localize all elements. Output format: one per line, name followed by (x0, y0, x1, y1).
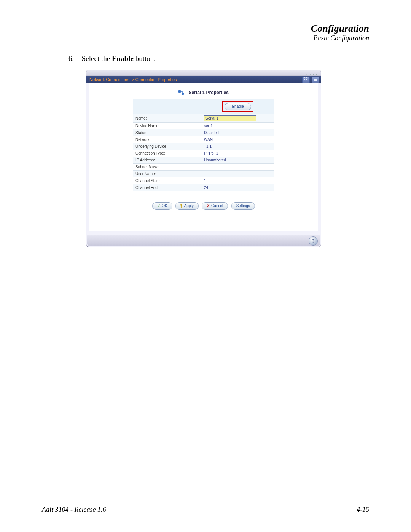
table-row: IP Address: Unnumbered (133, 157, 274, 164)
row-label: Underlying Device: (133, 143, 202, 150)
step-text-pre: Select the (82, 54, 112, 62)
svg-rect-4 (314, 78, 317, 78)
header-title: Configuration (42, 23, 369, 34)
step-text-post: button. (134, 54, 156, 62)
svg-rect-2 (304, 79, 305, 80)
row-value: PPPoT1 (202, 150, 274, 157)
settings-button[interactable]: Settings (231, 202, 255, 210)
svg-rect-6 (314, 80, 317, 81)
row-label: Channel Start: (133, 177, 202, 184)
table-row: Underlying Device: T1 1 (133, 143, 274, 150)
help-button[interactable]: ? (309, 236, 318, 246)
step-text-bold: Enable (112, 54, 134, 62)
table-row: Status: Disabled (133, 129, 274, 136)
row-value: WAN (202, 136, 274, 143)
toolbar-icon-1[interactable] (302, 77, 310, 83)
table-row: Name: Serial 1 (133, 114, 274, 123)
row-value (202, 171, 274, 177)
row-label: Network: (133, 136, 202, 143)
footer-left: Adit 3104 - Release 1.6 (42, 506, 106, 514)
window-footer-bar: ? (87, 235, 320, 246)
apply-button[interactable]: ¶Apply (175, 202, 199, 210)
row-label: User Name: (133, 171, 202, 177)
properties-table: Enable Name: Serial 1 Device Name: ser-1… (133, 99, 274, 191)
row-value: Disabled (202, 129, 274, 136)
table-row: Network: WAN (133, 136, 274, 143)
row-label: Subnet Mask: (133, 164, 202, 171)
row-value: T1 1 (202, 143, 274, 150)
table-row: Connection Type: PPPoT1 (133, 150, 274, 157)
breadcrumb-bar: Network Connections -> Connection Proper… (86, 76, 321, 83)
cancel-button[interactable]: ✗Cancel (202, 202, 228, 210)
footer-page-number: 4-15 (357, 506, 369, 514)
toolbar-icon-2[interactable] (312, 77, 319, 83)
svg-rect-7 (178, 90, 181, 93)
step-number: 6. (68, 54, 80, 63)
svg-rect-1 (306, 77, 307, 78)
row-value (202, 164, 274, 171)
check-icon: ✓ (157, 204, 160, 208)
window-titlebar: • • • • (86, 70, 321, 76)
row-value: Unnumbered (202, 157, 274, 164)
row-value: ser-1 (202, 123, 274, 129)
table-row: Subnet Mask: (133, 164, 274, 171)
table-row: Channel Start: 1 (133, 177, 274, 184)
panel-title: Serial 1 Properties (189, 90, 229, 95)
table-row: User Name: (133, 171, 274, 177)
row-label: Name: (133, 114, 202, 123)
apply-icon: ¶ (180, 204, 183, 208)
ok-button[interactable]: ✓OK (152, 202, 172, 210)
row-label: IP Address: (133, 157, 202, 164)
enable-button[interactable]: Enable (225, 103, 251, 110)
row-label: Connection Type: (133, 150, 202, 157)
row-label: Device Name: (133, 123, 202, 129)
row-value: 1 (202, 177, 274, 184)
table-row: Channel End: 24 (133, 184, 274, 191)
enable-highlight: Enable (222, 101, 253, 112)
row-label: Status: (133, 129, 202, 136)
instruction-step: 6. Select the Enable button. (68, 54, 369, 63)
x-icon: ✗ (207, 204, 210, 208)
svg-rect-3 (306, 79, 307, 80)
header-rule (42, 45, 369, 45)
svg-rect-0 (304, 77, 305, 78)
properties-window: • • • • Network Connections -> Connectio… (86, 70, 321, 247)
svg-rect-8 (182, 93, 184, 95)
name-input[interactable]: Serial 1 (204, 115, 256, 121)
page-header: Configuration Basic Configuration (42, 23, 369, 42)
footer-rule (42, 504, 369, 504)
row-label: Channel End: (133, 184, 202, 191)
breadcrumb-text: Network Connections -> Connection Proper… (89, 77, 177, 82)
svg-rect-5 (314, 79, 317, 80)
row-value: 24 (202, 184, 274, 191)
header-subtitle: Basic Configuration (42, 34, 369, 42)
button-row: ✓OK ¶Apply ✗Cancel Settings (92, 202, 315, 210)
embedded-screenshot: • • • • Network Connections -> Connectio… (86, 70, 321, 247)
table-row: Device Name: ser-1 (133, 123, 274, 129)
properties-panel: Serial 1 Properties Enable Name: Serial (89, 83, 318, 231)
serial-device-icon (178, 89, 184, 96)
